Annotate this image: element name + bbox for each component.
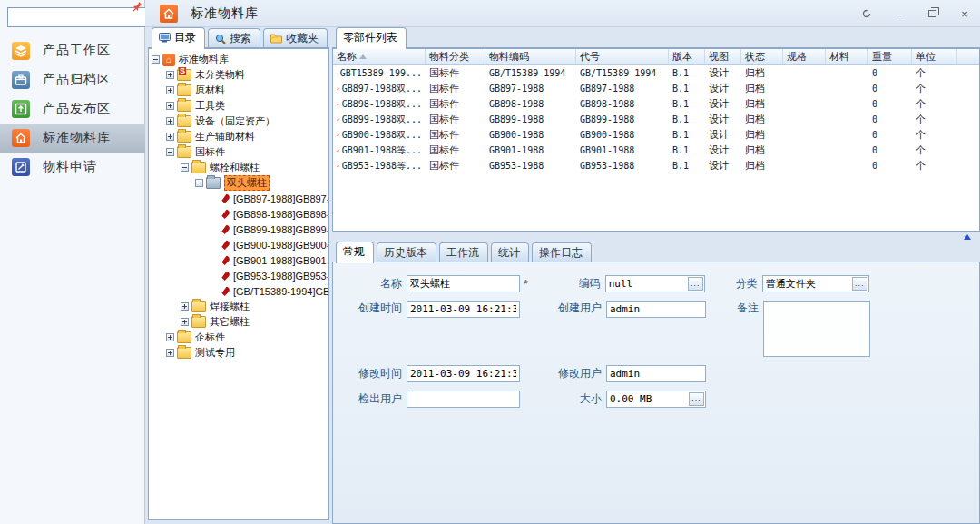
tree-node[interactable]: 企标件 <box>166 330 328 345</box>
tree-node[interactable]: 焊接螺柱 <box>181 299 328 314</box>
splitter-collapse-icon[interactable] <box>964 234 971 240</box>
created-time-field[interactable] <box>407 301 520 318</box>
expand-icon[interactable] <box>166 349 174 357</box>
collapse-icon[interactable] <box>152 55 160 64</box>
restore-icon[interactable] <box>922 5 942 23</box>
tab-label: 收藏夹 <box>286 31 318 46</box>
sidebar: 产品工作区 产品归档区 产品发布区 标准物料库 <box>0 0 145 524</box>
tree-node[interactable]: 螺栓和螺柱 <box>181 160 328 175</box>
expand-icon[interactable] <box>166 86 174 94</box>
house-icon <box>12 129 30 147</box>
sidebar-item-material-apply[interactable]: 物料申请 <box>0 153 145 182</box>
folder-icon <box>191 316 206 328</box>
modified-user-field[interactable] <box>606 365 706 382</box>
detail-panel: 常规 历史版本 工作流 统计 操作日志 名称 * 编码 ... 分类 <box>332 242 980 524</box>
tree-node[interactable]: 未分类物料 <box>166 67 328 83</box>
part-pin-icon <box>220 193 233 204</box>
detail-tabs: 常规 历史版本 工作流 统计 操作日志 <box>332 242 980 262</box>
collapse-icon[interactable] <box>181 163 189 172</box>
column-header-name[interactable]: 名称 <box>333 49 426 64</box>
expand-icon[interactable] <box>181 318 189 326</box>
tree-node[interactable]: [GB901-1988]GB901-1 <box>210 252 328 268</box>
sidebar-item-label: 标准物料库 <box>43 130 111 146</box>
table-row[interactable]: GB898-1988双... 国标件 GB898-1988 GB898-1988… <box>333 96 979 112</box>
tree-node[interactable]: [GB953-1988]GB953-1 <box>210 268 328 283</box>
expand-icon[interactable] <box>166 333 174 341</box>
tab-search[interactable]: 搜索 <box>208 28 260 48</box>
sidebar-item-standard-material-library[interactable]: 标准物料库 <box>0 124 145 153</box>
expand-icon[interactable] <box>166 117 174 125</box>
expand-icon[interactable] <box>166 102 174 110</box>
table-row[interactable]: GB897-1988双... 国标件 GB897-1988 GB897-1988… <box>333 81 979 96</box>
collapse-icon[interactable] <box>195 179 203 187</box>
column-header-material[interactable]: 材料 <box>826 49 868 64</box>
tree-node[interactable]: 国标件 <box>166 144 328 160</box>
table-row[interactable]: GBT15389-199... 国标件 GB/T15389-1994 GB/T1… <box>333 65 979 81</box>
tree-node[interactable]: [GB897-1988]GB897-1 <box>210 191 328 206</box>
table-row[interactable]: GB899-1988双... 国标件 GB899-1988 GB899-1988… <box>333 112 979 127</box>
sidebar-item-label: 产品归档区 <box>43 72 111 88</box>
modified-time-field[interactable] <box>407 365 520 382</box>
folder-icon <box>177 100 191 112</box>
category-browse-button[interactable]: ... <box>852 277 867 291</box>
column-header-code[interactable]: 物料编码 <box>485 49 576 64</box>
close-icon[interactable]: × <box>955 5 975 23</box>
size-browse-button[interactable]: ... <box>689 392 704 406</box>
tab-history-versions[interactable]: 历史版本 <box>377 242 436 262</box>
archive-box-icon <box>12 71 30 89</box>
refresh-icon[interactable] <box>857 5 877 23</box>
tree-node-root[interactable]: ⌂ 标准物料库 <box>152 52 328 67</box>
tab-operation-log[interactable]: 操作日志 <box>532 242 592 262</box>
tree-node[interactable]: 设备（固定资产） <box>166 114 328 129</box>
column-header-weight[interactable]: 重量 <box>868 49 912 64</box>
sidebar-item-product-workspace[interactable]: 产品工作区 <box>0 36 145 65</box>
tab-parts-list[interactable]: 零部件列表 <box>336 27 407 49</box>
minimize-icon[interactable]: – <box>889 5 909 23</box>
part-pin-icon <box>220 240 233 251</box>
tree-node-selected[interactable]: 双头螺柱 <box>195 175 328 191</box>
column-header-view[interactable]: 视图 <box>705 49 741 64</box>
tab-statistics[interactable]: 统计 <box>491 242 529 262</box>
column-header-spec[interactable]: 规格 <box>783 49 826 64</box>
expand-icon[interactable] <box>166 71 174 79</box>
column-header-version[interactable]: 版本 <box>669 49 705 64</box>
house-icon <box>160 5 178 23</box>
tab-catalog[interactable]: 目录 <box>152 27 205 49</box>
tree-node[interactable]: [GB900-1988]GB900-1 <box>210 237 328 252</box>
monitor-icon <box>159 33 171 43</box>
tab-general[interactable]: 常规 <box>336 242 374 263</box>
tree-node[interactable]: 其它螺柱 <box>181 314 328 330</box>
pin-icon[interactable] <box>132 1 143 12</box>
tree-node[interactable]: 原材料 <box>166 83 328 98</box>
code-browse-button[interactable]: ... <box>688 277 703 291</box>
sidebar-item-product-archive[interactable]: 产品归档区 <box>0 65 145 94</box>
sidebar-item-product-release[interactable]: 产品发布区 <box>0 94 145 124</box>
tree-node[interactable]: [GB899-1988]GB899-1 <box>210 222 328 237</box>
collapse-icon[interactable] <box>166 148 174 156</box>
tree-node[interactable]: 工具类 <box>166 98 328 114</box>
tree-node-label: [GB899-1988]GB899-1 <box>233 224 329 235</box>
column-header-status[interactable]: 状态 <box>741 49 783 64</box>
name-field[interactable] <box>407 275 520 292</box>
tab-workflow[interactable]: 工作流 <box>439 242 488 262</box>
table-row[interactable]: GB900-1988双... 国标件 GB900-1988 GB900-1988… <box>333 127 979 143</box>
expand-icon[interactable] <box>166 133 174 141</box>
created-user-field[interactable] <box>606 301 706 318</box>
tab-favorites[interactable]: 收藏夹 <box>263 28 328 48</box>
tree-node[interactable]: [GB/T15389-1994]GBT <box>210 283 328 299</box>
tree-node[interactable]: 测试专用 <box>166 345 328 361</box>
titlebar: 标准物料库 – × <box>145 0 980 27</box>
column-header-category[interactable]: 物料分类 <box>426 49 485 64</box>
tree-node-label: 未分类物料 <box>195 68 245 82</box>
tree-node[interactable]: 生产辅助材料 <box>166 129 328 144</box>
parts-table: 名称 物料分类 物料编码 代号 版本 视图 状态 规格 材料 重量 单位 GBT… <box>332 48 980 232</box>
expand-icon[interactable] <box>181 302 189 311</box>
column-header-unit[interactable]: 单位 <box>912 49 957 64</box>
table-row[interactable]: GB901-1988等... 国标件 GB901-1988 GB901-1988… <box>333 143 979 158</box>
table-row[interactable]: GB953-1988等... 国标件 GB953-1988 GB953-1988… <box>333 158 979 173</box>
column-header-alias[interactable]: 代号 <box>576 49 669 64</box>
tree-node[interactable]: [GB898-1988]GB898-1 <box>210 206 328 222</box>
checkout-user-field[interactable] <box>407 391 520 408</box>
remark-field[interactable] <box>763 301 870 357</box>
folder-icon <box>177 84 191 96</box>
